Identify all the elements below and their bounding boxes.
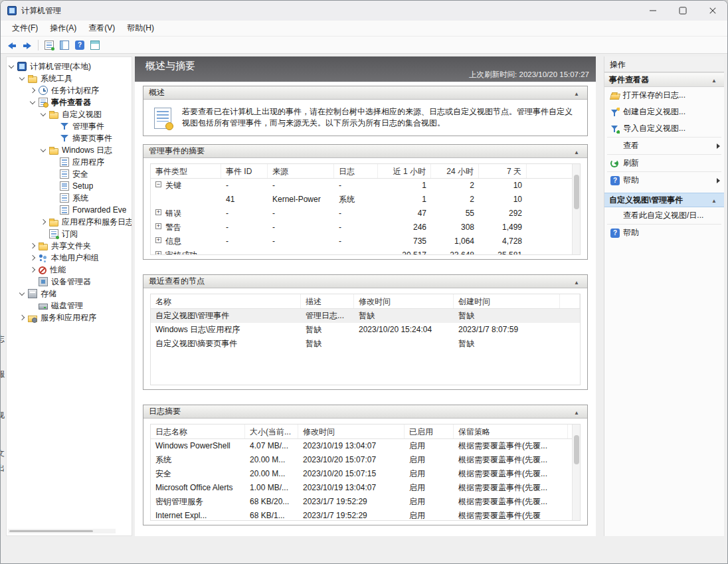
menu-help[interactable]: 帮助(H) bbox=[121, 21, 160, 36]
vertical-scrollbar[interactable] bbox=[572, 424, 580, 520]
table-row[interactable]: 系统 20.00 M... 2023/10/20 15:07:07 启用 根据需… bbox=[151, 453, 580, 467]
column-header[interactable]: 24 小时 bbox=[431, 164, 479, 178]
column-header[interactable]: 日志名称 bbox=[151, 424, 245, 438]
column-header[interactable]: 事件 ID bbox=[221, 164, 268, 178]
actions-section-event-viewer[interactable]: 事件查看器 bbox=[604, 72, 724, 87]
collapse-section-icon[interactable] bbox=[571, 407, 582, 417]
column-header[interactable]: 修改时间 bbox=[354, 294, 454, 308]
column-header[interactable]: 来源 bbox=[268, 164, 334, 178]
table-row[interactable]: Windows 日志\应用程序 暂缺 2023/10/20 15:24:04 2… bbox=[151, 323, 580, 337]
horizontal-scrollbar[interactable] bbox=[8, 529, 116, 533]
column-header[interactable]: 近 1 小时 bbox=[378, 164, 431, 178]
tree-item-summary-page-events[interactable]: 摘要页事件 bbox=[7, 132, 132, 144]
close-button[interactable] bbox=[697, 1, 727, 21]
column-header[interactable]: 修改时间 bbox=[298, 424, 405, 438]
table-row[interactable]: 警告 - - - 246 308 1,499 bbox=[151, 221, 580, 235]
tree-item-setup[interactable]: Setup bbox=[7, 180, 132, 192]
section-header-admin-summary[interactable]: 管理事件的摘要 bbox=[143, 145, 587, 158]
chevron-down-icon[interactable] bbox=[9, 62, 14, 68]
tree-item-applications-services-logs[interactable]: 应用程序和服务日志 bbox=[7, 216, 132, 228]
action-open-saved-log[interactable]: 打开保存的日志... bbox=[604, 87, 724, 104]
tree-item-custom-views[interactable]: 自定义视图 bbox=[7, 108, 132, 120]
export-list-icon[interactable] bbox=[45, 41, 54, 50]
chevron-right-icon[interactable] bbox=[19, 315, 25, 320]
section-header-recent-nodes[interactable]: 最近查看的节点 bbox=[143, 275, 587, 288]
action-help[interactable]: 帮助 bbox=[604, 172, 724, 189]
collapse-section-icon[interactable] bbox=[709, 75, 719, 84]
tree-item-device-manager[interactable]: 设备管理器 bbox=[7, 276, 132, 288]
column-header[interactable]: 描述 bbox=[301, 294, 354, 308]
tree-item-administrative-events[interactable]: 管理事件 bbox=[7, 120, 132, 132]
chevron-right-icon[interactable] bbox=[30, 267, 35, 272]
help-icon[interactable] bbox=[75, 41, 84, 50]
action-create-custom-view[interactable]: 创建自定义视图... bbox=[604, 104, 724, 120]
expand-group-icon[interactable] bbox=[155, 251, 161, 255]
tree-item-security[interactable]: 安全 bbox=[7, 168, 132, 180]
column-header[interactable]: 创建时间 bbox=[454, 294, 560, 308]
titlebar[interactable]: 计算机管理 bbox=[1, 1, 727, 21]
scrollbar-thumb[interactable] bbox=[574, 175, 579, 209]
menu-file[interactable]: 文件(F) bbox=[6, 21, 44, 36]
scrollbar-thumb[interactable] bbox=[9, 530, 93, 532]
tree-item-task-scheduler[interactable]: 任务计划程序 bbox=[7, 84, 132, 96]
chevron-down-icon[interactable] bbox=[41, 146, 46, 151]
collapse-section-icon[interactable] bbox=[571, 277, 582, 286]
table-row[interactable]: 自定义视图\摘要页事件 暂缺 暂缺 bbox=[151, 337, 580, 351]
action-refresh[interactable]: 刷新 bbox=[604, 155, 724, 171]
tree-item-subscriptions[interactable]: 订阅 bbox=[7, 228, 132, 240]
chevron-down-icon[interactable] bbox=[30, 98, 35, 104]
column-header[interactable]: 日志 bbox=[334, 164, 378, 178]
scrollbar-thumb[interactable] bbox=[574, 435, 579, 464]
table-row[interactable]: Windows PowerShell 4.07 MB/... 2023/10/1… bbox=[151, 439, 580, 453]
column-header[interactable]: 大小(当前... bbox=[245, 424, 298, 438]
action-import-custom-view[interactable]: 导入自定义视图... bbox=[604, 120, 724, 137]
table-row[interactable]: Internet Expl... 68 KB/1... 2023/1/7 19:… bbox=[151, 509, 580, 521]
show-console-tree-icon[interactable] bbox=[60, 41, 69, 50]
actions-section-custom-view-admin-events[interactable]: 自定义视图\管理事件 bbox=[604, 193, 724, 207]
action-view-custom-view-log[interactable]: 查看此自定义视图/日... bbox=[604, 207, 724, 224]
table-row[interactable]: 安全 20.00 M... 2023/10/20 15:07:15 启用 根据需… bbox=[151, 467, 580, 481]
chevron-down-icon[interactable] bbox=[41, 110, 46, 116]
tree-item-system-tools[interactable]: 系统工具 bbox=[7, 72, 132, 84]
tree-item-event-viewer[interactable]: 事件查看器 bbox=[7, 96, 132, 108]
table-row[interactable]: 错误 - - - 47 55 292 bbox=[151, 207, 580, 221]
table-row[interactable]: 信息 - - - 735 1,064 4,728 bbox=[151, 235, 580, 248]
column-header[interactable]: 保留策略 bbox=[454, 424, 568, 438]
expand-group-icon[interactable] bbox=[155, 223, 161, 229]
expand-group-icon[interactable] bbox=[155, 237, 161, 243]
tree-item-local-users-groups[interactable]: 本地用户和组 bbox=[7, 252, 132, 264]
action-help-custom-view[interactable]: 帮助 bbox=[604, 225, 724, 241]
tree-item-windows-logs[interactable]: Windows 日志 bbox=[7, 144, 132, 156]
table-row[interactable]: 审核成功 20,517 23,648 35,581 bbox=[151, 248, 580, 255]
chevron-right-icon[interactable] bbox=[30, 88, 35, 93]
tree-item-forwarded-events[interactable]: Forwarded Eve bbox=[7, 204, 132, 216]
vertical-scrollbar[interactable] bbox=[572, 164, 580, 254]
collapse-section-icon[interactable] bbox=[571, 88, 582, 98]
tree-item-shared-folders[interactable]: 共享文件夹 bbox=[7, 240, 132, 252]
back-icon[interactable] bbox=[7, 41, 17, 50]
tree-item-application[interactable]: 应用程序 bbox=[7, 156, 132, 168]
chevron-right-icon[interactable] bbox=[30, 243, 35, 248]
menu-action[interactable]: 操作(A) bbox=[44, 21, 82, 36]
column-header[interactable]: 7 天 bbox=[479, 164, 527, 178]
column-header[interactable]: 已启用 bbox=[405, 424, 454, 438]
tree-item-system[interactable]: 系统 bbox=[7, 192, 132, 204]
tree-item-computer-management[interactable]: 计算机管理(本地) bbox=[7, 60, 132, 72]
menu-view[interactable]: 查看(V) bbox=[82, 21, 121, 36]
column-header[interactable]: 事件类型 bbox=[151, 164, 221, 178]
action-view[interactable]: 查看 bbox=[604, 138, 724, 154]
chevron-down-icon[interactable] bbox=[19, 290, 25, 295]
table-row[interactable]: 自定义视图\管理事件 管理日志... 暂缺 暂缺 bbox=[151, 309, 580, 323]
expand-group-icon[interactable] bbox=[155, 209, 161, 215]
tree-item-performance[interactable]: 性能 bbox=[7, 264, 132, 276]
section-header-overview[interactable]: 概述 bbox=[143, 86, 587, 100]
collapse-section-icon[interactable] bbox=[709, 195, 719, 205]
tree-item-services-applications[interactable]: 服务和应用程序 bbox=[7, 312, 132, 324]
chevron-down-icon[interactable] bbox=[19, 74, 25, 80]
table-row[interactable]: 41 Kernel-Power 系统 1 2 10 bbox=[151, 193, 580, 207]
tree-item-storage[interactable]: 存储 bbox=[7, 288, 132, 300]
maximize-button[interactable] bbox=[668, 1, 697, 21]
forward-icon[interactable] bbox=[23, 41, 32, 50]
column-header[interactable]: 名称 bbox=[151, 294, 301, 308]
table-row[interactable]: 密钥管理服务 68 KB/20... 2023/1/7 19:52:29 启用 … bbox=[151, 495, 580, 509]
